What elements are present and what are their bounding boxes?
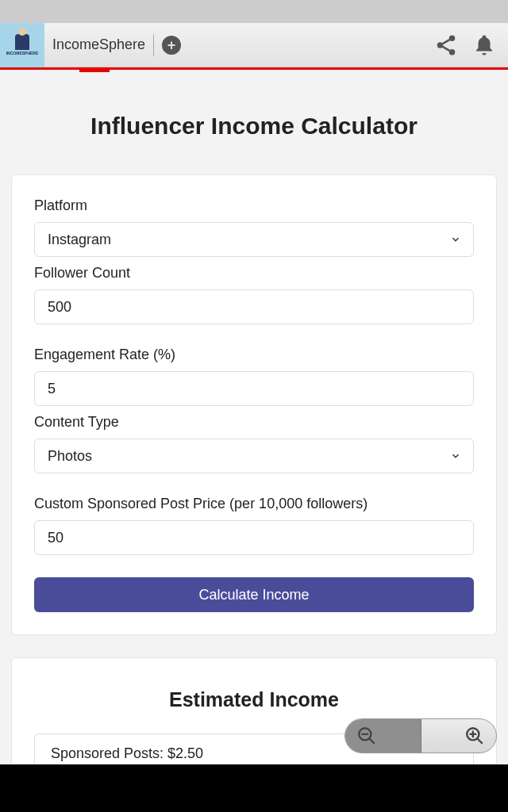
divider: [153, 34, 154, 56]
svg-line-4: [369, 738, 375, 744]
content-type-label: Content Type: [34, 414, 474, 431]
svg-point-2: [449, 49, 456, 56]
svg-point-1: [437, 42, 444, 48]
calculator-card: Platform Instagram Follower Count Engage…: [11, 174, 497, 635]
content-type-select[interactable]: Photos: [34, 439, 474, 473]
platform-select[interactable]: Instagram: [34, 222, 474, 257]
svg-line-7: [477, 738, 483, 744]
zoom-control[interactable]: [344, 718, 497, 753]
content-type-select-value: Photos: [34, 439, 474, 473]
custom-price-label: Custom Sponsored Post Price (per 10,000 …: [34, 496, 474, 512]
results-title: Estimated Income: [34, 688, 474, 711]
app-logo[interactable]: INCOMESPHERE: [0, 23, 44, 67]
follower-input[interactable]: [34, 289, 474, 324]
page-title: Influencer Income Calculator: [11, 113, 497, 140]
platform-label: Platform: [34, 197, 474, 214]
main-content: Influencer Income Calculator Platform In…: [0, 70, 508, 812]
plus-icon: +: [167, 38, 176, 52]
calculate-button[interactable]: Calculate Income: [34, 577, 474, 612]
share-button[interactable]: [430, 29, 462, 61]
zoom-out-button[interactable]: [345, 719, 421, 753]
share-icon: [434, 33, 458, 57]
zoom-in-icon: [464, 726, 485, 746]
bell-icon: [472, 33, 496, 57]
zoom-out-icon: [356, 726, 377, 746]
custom-price-input[interactable]: [34, 520, 474, 555]
chevron-down-icon: [450, 234, 461, 245]
zoom-in-button[interactable]: [421, 726, 496, 746]
add-button[interactable]: +: [162, 36, 181, 55]
notifications-button[interactable]: [468, 29, 500, 61]
chevron-down-icon: [450, 450, 461, 462]
engagement-label: Engagement Rate (%): [34, 347, 474, 363]
app-name-label: IncomeSphere: [52, 36, 145, 53]
top-toolbar: INCOMESPHERE IncomeSphere +: [0, 23, 508, 67]
engagement-input[interactable]: [34, 371, 474, 406]
platform-select-value: Instagram: [34, 222, 474, 257]
nav-bar: [0, 764, 508, 812]
status-bar: [0, 0, 508, 23]
svg-point-0: [449, 35, 456, 41]
follower-label: Follower Count: [34, 265, 474, 282]
tab-indicator: [79, 67, 110, 72]
